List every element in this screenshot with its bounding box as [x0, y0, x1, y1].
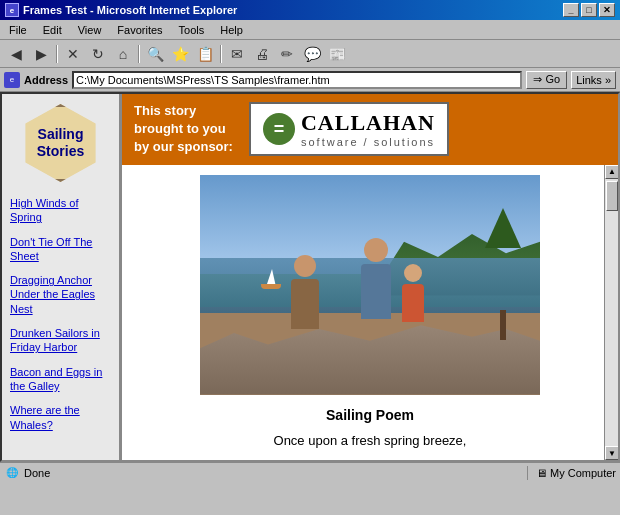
- search-button[interactable]: 🔍: [143, 43, 167, 65]
- address-label: Address: [24, 74, 68, 86]
- menu-help[interactable]: Help: [216, 23, 247, 37]
- menu-tools[interactable]: Tools: [175, 23, 209, 37]
- sidebar-title: Sailing Stories: [25, 126, 97, 160]
- sidebar-logo-hexagon: Sailing Stories: [22, 104, 100, 182]
- photo-scene: [200, 175, 540, 395]
- scroll-track[interactable]: [605, 179, 618, 446]
- person-head-1: [294, 255, 316, 277]
- mail-button[interactable]: ✉: [225, 43, 249, 65]
- person-head-2: [364, 238, 388, 262]
- messenger-button[interactable]: 📰: [325, 43, 349, 65]
- back-button[interactable]: ◀: [4, 43, 28, 65]
- sidebar-frame: Sailing Stories High Winds of Spring Don…: [2, 94, 122, 460]
- nav-whales[interactable]: Where are the Whales?: [10, 403, 111, 432]
- sponsor-banner: This storybrought to youby our sponsor: …: [122, 94, 618, 165]
- sponsor-text: This storybrought to youby our sponsor:: [134, 102, 233, 157]
- scroll-up-button[interactable]: ▲: [605, 165, 618, 179]
- window-icon: e: [5, 3, 19, 17]
- sidebar-header: Sailing Stories: [2, 94, 119, 192]
- refresh-button[interactable]: ↻: [86, 43, 110, 65]
- address-icon: e: [4, 72, 20, 88]
- toolbar-separator-2: [138, 45, 140, 63]
- nav-drunken-sailors[interactable]: Drunken Sailors in Friday Harbor: [10, 326, 111, 355]
- sailing-photo: [200, 175, 540, 395]
- person-3: [397, 264, 429, 329]
- logo-text-area: CALLAHAN software / solutions: [301, 110, 435, 148]
- print-button[interactable]: 🖨: [250, 43, 274, 65]
- close-button[interactable]: ✕: [599, 3, 615, 17]
- frames-container: Sailing Stories High Winds of Spring Don…: [0, 92, 620, 462]
- nav-dont-tie[interactable]: Don't Tie Off The Sheet: [10, 235, 111, 264]
- zone-label: My Computer: [550, 467, 616, 479]
- window-title: Frames Test - Microsoft Internet Explore…: [23, 4, 237, 16]
- status-bar: 🌐 Done 🖥 My Computer: [0, 462, 620, 482]
- menu-file[interactable]: File: [5, 23, 31, 37]
- menu-edit[interactable]: Edit: [39, 23, 66, 37]
- status-text: Done: [24, 467, 519, 479]
- tree-top: [485, 208, 521, 248]
- maximize-button[interactable]: □: [581, 3, 597, 17]
- poem-first-line: Once upon a fresh spring breeze,: [274, 431, 467, 451]
- status-divider: [527, 466, 528, 480]
- person-body-1: [291, 279, 319, 329]
- edit-button[interactable]: ✏: [275, 43, 299, 65]
- menu-view[interactable]: View: [74, 23, 106, 37]
- discuss-button[interactable]: 💬: [300, 43, 324, 65]
- logo-icon: =: [263, 113, 295, 145]
- scroll-thumb[interactable]: [606, 181, 618, 211]
- minimize-button[interactable]: _: [563, 3, 579, 17]
- boat-hull: [261, 284, 281, 289]
- home-button[interactable]: ⌂: [111, 43, 135, 65]
- address-bar: e Address ⇒ Go Links »: [0, 68, 620, 92]
- menu-bar: File Edit View Favorites Tools Help: [0, 20, 620, 40]
- title-bar: e Frames Test - Microsoft Internet Explo…: [0, 0, 620, 20]
- toolbar: ◀ ▶ ✕ ↻ ⌂ 🔍 ⭐ 📋 ✉ 🖨 ✏ 💬 📰: [0, 40, 620, 68]
- content-scrollbar[interactable]: ▲ ▼: [604, 165, 618, 460]
- logo-company-name: CALLAHAN: [301, 110, 435, 136]
- photo-trees: [483, 208, 523, 340]
- person-head-3: [404, 264, 422, 282]
- favorites-button[interactable]: ⭐: [168, 43, 192, 65]
- sponsor-logo: = CALLAHAN software / solutions: [249, 102, 449, 156]
- links-button[interactable]: Links »: [571, 71, 616, 89]
- toolbar-separator-1: [56, 45, 58, 63]
- logo-tagline: software / solutions: [301, 136, 435, 148]
- stop-button[interactable]: ✕: [61, 43, 85, 65]
- nav-dragging-anchor[interactable]: Dragging Anchor Under the Eagles Nest: [10, 273, 111, 316]
- person-body-2: [361, 264, 391, 319]
- nav-high-winds[interactable]: High Winds of Spring: [10, 196, 111, 225]
- address-input[interactable]: [72, 71, 522, 89]
- person-2: [353, 238, 398, 333]
- content-area[interactable]: Sailing Poem Once upon a fresh spring br…: [122, 165, 618, 460]
- sidebar-nav: High Winds of Spring Don't Tie Off The S…: [2, 192, 119, 446]
- history-button[interactable]: 📋: [193, 43, 217, 65]
- person-1: [285, 255, 325, 340]
- menu-favorites[interactable]: Favorites: [113, 23, 166, 37]
- main-frame: This storybrought to youby our sponsor: …: [122, 94, 618, 460]
- tree-trunk: [500, 310, 506, 340]
- zone-area: 🖥 My Computer: [536, 467, 616, 479]
- go-button[interactable]: ⇒ Go: [526, 71, 567, 89]
- poem-title: Sailing Poem: [326, 407, 414, 423]
- toolbar-separator-3: [220, 45, 222, 63]
- status-icon: 🌐: [4, 465, 20, 481]
- forward-button[interactable]: ▶: [29, 43, 53, 65]
- scroll-down-button[interactable]: ▼: [605, 446, 618, 460]
- person-body-3: [402, 284, 424, 322]
- computer-icon: 🖥: [536, 467, 547, 479]
- nav-bacon-eggs[interactable]: Bacon and Eggs in the Galley: [10, 365, 111, 394]
